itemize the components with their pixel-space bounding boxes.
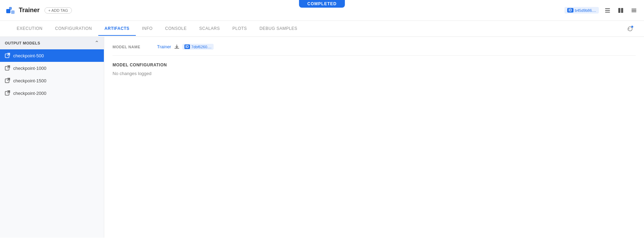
model-row: MODEL NAME Trainer ID 7dbf6260.... [113, 44, 636, 56]
sidebar-item-label-3: checkpoint-2000 [13, 91, 46, 96]
model-id-label: ID [184, 44, 190, 49]
id-value: b45d9b86.... [575, 8, 596, 13]
model-name-label: MODEL NAME [113, 45, 154, 49]
tab-artifacts[interactable]: ARTIFACTS [98, 22, 136, 36]
download-icon[interactable] [174, 44, 180, 50]
nav-tabs: EXECUTION CONFIGURATION ARTIFACTS INFO C… [0, 21, 644, 37]
sidebar-collapse-button[interactable]: ⌃ [94, 40, 99, 46]
svg-rect-6 [618, 8, 620, 13]
svg-line-18 [7, 78, 10, 81]
sidebar-item-checkpoint-2000[interactable]: checkpoint-2000 [0, 87, 104, 99]
id-label: ID [567, 8, 573, 13]
sidebar-item-checkpoint-1000[interactable]: checkpoint-1000 [0, 62, 104, 74]
sidebar-item-label-0: checkpoint-500 [13, 53, 44, 58]
app-title: Trainer [19, 7, 40, 14]
more-menu-button[interactable] [629, 6, 638, 15]
svg-rect-5 [605, 12, 610, 13]
tab-scalars[interactable]: SCALARS [193, 22, 226, 36]
more-icon [631, 7, 637, 14]
svg-line-16 [7, 66, 10, 68]
svg-rect-10 [631, 11, 636, 12]
sidebar-item-checkpoint-1500[interactable]: checkpoint-1500 [0, 74, 104, 87]
panel-icon [618, 7, 624, 14]
status-banner-label: COMPLETED [307, 1, 337, 6]
model-link[interactable]: Trainer [157, 44, 171, 49]
external-link-icon-2 [5, 78, 10, 83]
list-icon [604, 7, 611, 14]
header-right: ID b45d9b86.... [564, 6, 638, 15]
sidebar-item-label-2: checkpoint-1500 [13, 78, 46, 83]
svg-rect-7 [621, 8, 623, 13]
header-left: Trainer + ADD TAG [6, 6, 72, 15]
add-tag-button[interactable]: + ADD TAG [44, 7, 72, 14]
svg-rect-2 [11, 10, 15, 14]
status-banner: COMPLETED [299, 0, 345, 8]
svg-rect-8 [631, 9, 636, 9]
svg-line-14 [7, 53, 10, 56]
tab-debug-samples[interactable]: DEBUG SAMPLES [253, 22, 304, 36]
model-config-title: MODEL CONFIGURATION [113, 63, 636, 67]
tab-plots[interactable]: PLOTS [226, 22, 253, 36]
svg-rect-4 [605, 10, 610, 11]
svg-line-20 [7, 91, 10, 93]
external-link-icon-3 [5, 90, 10, 96]
sidebar: OUTPUT MODELS ⌃ checkpoint-500 checkpoin… [0, 37, 104, 238]
sidebar-header: OUTPUT MODELS ⌃ [0, 37, 104, 49]
external-link-icon-0 [5, 53, 10, 58]
sidebar-item-label-1: checkpoint-1000 [13, 66, 46, 71]
tab-console[interactable]: CONSOLE [159, 22, 193, 36]
external-link-icon-1 [5, 65, 10, 71]
sidebar-title: OUTPUT MODELS [5, 41, 40, 45]
right-panel: MODEL NAME Trainer ID 7dbf6260.... MODEL… [104, 37, 644, 238]
model-config-section: MODEL CONFIGURATION No changes logged [113, 63, 636, 76]
svg-rect-3 [605, 8, 610, 9]
model-id-badge: ID 7dbf6260.... [182, 44, 214, 50]
sidebar-item-checkpoint-500[interactable]: checkpoint-500 [0, 49, 104, 62]
model-id-value: 7dbf6260.... [191, 45, 212, 49]
tab-configuration[interactable]: CONFIGURATION [49, 22, 98, 36]
task-id-badge: ID b45d9b86.... [564, 7, 599, 14]
svg-rect-9 [631, 10, 636, 11]
no-changes-text: No changes logged [113, 71, 636, 76]
app-icon [6, 6, 15, 15]
refresh-icon: ! [627, 25, 634, 32]
list-view-button[interactable] [603, 6, 612, 15]
refresh-button[interactable]: ! [627, 25, 634, 32]
tab-execution[interactable]: EXECUTION [10, 22, 49, 36]
tab-info[interactable]: INFO [136, 22, 159, 36]
main-content: OUTPUT MODELS ⌃ checkpoint-500 checkpoin… [0, 37, 644, 238]
svg-rect-1 [9, 7, 12, 10]
panel-view-button[interactable] [616, 6, 625, 15]
